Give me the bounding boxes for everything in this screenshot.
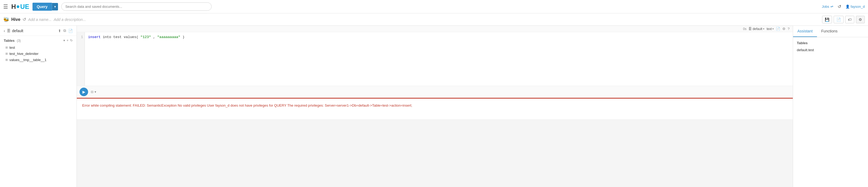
right-panel: Assistant Functions Tables default.test <box>793 26 868 187</box>
undo-nav-icon[interactable]: ↺ <box>838 4 841 9</box>
status-time: 0s <box>743 27 747 31</box>
editor-content: insert into test values( "123" , "aaaaaa… <box>85 32 793 86</box>
list-item[interactable]: ⊞ test <box>4 44 73 51</box>
logo-h: H <box>11 3 16 10</box>
editor-gutter: 1 <box>77 32 85 86</box>
navbar-right: Jobs ⇌ ↺ 👤 fayson_d <box>822 4 865 9</box>
table-name: test <box>9 45 15 49</box>
db-status-icon: 🗄 <box>748 27 752 31</box>
sql-string-1: "123" <box>141 35 151 39</box>
results-label: ▾ <box>95 90 96 94</box>
user-link[interactable]: 👤 fayson_d <box>845 5 865 8</box>
hive-icon: 🐝 <box>3 16 9 23</box>
upload-icon[interactable]: ⬆ <box>58 29 61 33</box>
editor-status-bar: 0s 🗄 default ▾ text ▾ 📄 ⚙ ? <box>77 26 793 32</box>
user-icon: 👤 <box>845 5 851 8</box>
jobs-filter-icon: ⇌ <box>830 5 833 8</box>
results-toggle[interactable]: ⊟ ▾ <box>91 90 96 94</box>
logo-dot <box>17 5 19 8</box>
sql-string-2: "aaaaaaaaa" <box>157 35 181 39</box>
list-item[interactable]: default.test <box>797 47 864 53</box>
error-message: Error while compiling statement: FAILED:… <box>82 103 412 107</box>
copy-icon[interactable]: ⧉ <box>63 28 66 33</box>
tables-label: Tables (3) <box>4 38 21 43</box>
status-db: 🗄 default ▾ <box>748 27 764 31</box>
sidebar-top: ‹ 🗄 default ⬆ ⧉ 📄 <box>0 26 76 36</box>
add-table-icon[interactable]: + <box>67 39 68 42</box>
sql-plain-values: values( <box>124 35 138 39</box>
gear-button[interactable]: ⚙ <box>856 16 865 23</box>
logo-ue: UE <box>20 3 29 10</box>
list-item[interactable]: ⊞ test_hive_delimiter <box>4 51 73 57</box>
main-layout: ‹ 🗄 default ⬆ ⧉ 📄 Tables (3) ▾ + ↻ <box>0 26 868 187</box>
list-item[interactable]: ⊞ values__tmp__table__1 <box>4 57 73 63</box>
username-label: fayson_d <box>850 5 865 8</box>
search-input[interactable] <box>61 2 212 11</box>
right-tables-label: Tables <box>797 41 864 45</box>
db-dropdown-icon[interactable]: ▾ <box>763 27 764 30</box>
tables-count: (3) <box>17 39 21 43</box>
results-icon: ⊟ <box>91 90 93 94</box>
help-status-icon[interactable]: ? <box>788 27 789 31</box>
file-status-icon[interactable]: 📄 <box>776 27 780 31</box>
run-results-bar: ▶ ⊟ ▾ <box>77 86 793 98</box>
table-name: values__tmp__table__1 <box>9 58 46 62</box>
new-doc-button[interactable]: 📄 <box>834 16 843 23</box>
undo-button[interactable]: ↺ <box>23 17 26 22</box>
code-editor[interactable]: 1 insert into test values( "123" , "aaaa… <box>77 32 793 86</box>
query-dropdown-button[interactable]: ▾ <box>52 3 58 10</box>
table-grid-icon: ⊞ <box>5 52 8 55</box>
sidebar-controls: ▾ + ↻ <box>63 39 73 42</box>
tables-text: Tables <box>4 39 14 43</box>
logo: H UE <box>11 3 29 10</box>
sql-plain-into: into <box>103 35 113 39</box>
table-grid-icon: ⊞ <box>5 46 8 49</box>
db-status-name[interactable]: default <box>752 27 762 31</box>
name-placeholder[interactable]: Add a name... <box>28 17 52 22</box>
db-name: default <box>12 29 23 33</box>
db-icon: 🗄 <box>7 29 10 33</box>
line-number-1: 1 <box>77 34 85 40</box>
sql-plain-comma: , <box>153 35 155 39</box>
sidebar-doc-icon[interactable]: 📄 <box>68 29 73 33</box>
status-format[interactable]: text ▾ <box>767 27 773 31</box>
tab-assistant[interactable]: Assistant <box>793 26 817 37</box>
tab-functions[interactable]: Functions <box>817 26 842 37</box>
right-panel-tabs: Assistant Functions <box>793 26 868 37</box>
jobs-label: Jobs <box>822 5 829 8</box>
sidebar-section: Tables (3) ▾ + ↻ ⊞ test ⊞ test_hive_deli… <box>0 36 76 65</box>
right-tables-list: default.test <box>797 47 864 53</box>
format-label: text <box>767 27 772 31</box>
jobs-link[interactable]: Jobs ⇌ <box>822 5 833 8</box>
query-button-group: Query ▾ <box>32 3 58 11</box>
center-area: 0s 🗄 default ▾ text ▾ 📄 ⚙ ? 1 insert int… <box>77 26 793 187</box>
table-grid-icon: ⊞ <box>5 58 8 62</box>
hive-label: Hive <box>11 17 21 22</box>
filter-icon[interactable]: ▾ <box>63 39 65 42</box>
editor-toolbar: 🐝 Hive ↺ Add a name... Add a description… <box>0 13 868 26</box>
run-button[interactable]: ▶ <box>80 87 88 96</box>
tag-button[interactable]: 🏷 <box>845 16 854 23</box>
sql-keyword-insert: insert <box>88 35 101 39</box>
right-panel-content: Tables default.test <box>793 37 868 187</box>
navbar: ☰ H UE Query ▾ Jobs ⇌ ↺ 👤 fayson_d <box>0 0 868 13</box>
refresh-icon[interactable]: ↻ <box>70 39 73 42</box>
sql-plain-close: ) <box>182 35 185 39</box>
table-name: test_hive_delimiter <box>9 52 38 56</box>
editor-toolbar-right: 💾 📄 🏷 ⚙ <box>822 16 865 23</box>
query-button[interactable]: Query <box>32 3 52 11</box>
sidebar-section-header: Tables (3) ▾ + ↻ <box>4 38 73 43</box>
format-dropdown-icon: ▾ <box>772 27 774 30</box>
save-button[interactable]: 💾 <box>822 16 832 23</box>
hamburger-icon[interactable]: ☰ <box>3 3 8 10</box>
sidebar-back-icon[interactable]: ‹ <box>4 29 5 33</box>
sql-plain-test: test <box>113 35 124 39</box>
editor-toolbar-left: 🐝 Hive ↺ Add a name... Add a description… <box>3 16 86 23</box>
error-panel: Error while compiling statement: FAILED:… <box>77 98 793 119</box>
left-sidebar: ‹ 🗄 default ⬆ ⧉ 📄 Tables (3) ▾ + ↻ <box>0 26 77 187</box>
gear-status-icon[interactable]: ⚙ <box>782 27 785 31</box>
tables-list: ⊞ test ⊞ test_hive_delimiter ⊞ values__t… <box>4 44 73 63</box>
desc-placeholder[interactable]: Add a description... <box>54 17 86 22</box>
